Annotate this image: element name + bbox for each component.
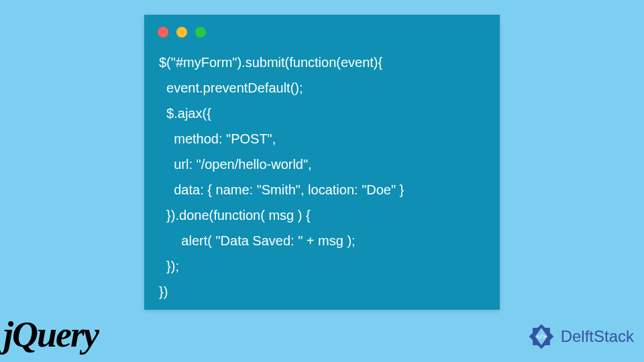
code-window: $("#myForm").submit(function(event){ eve… [144, 15, 500, 310]
minimize-icon [176, 27, 187, 38]
maximize-icon [195, 27, 206, 38]
delftstack-logo: </> DelftStack [526, 321, 634, 352]
code-block: $("#myForm").submit(function(event){ eve… [144, 46, 500, 316]
svg-text:</>: </> [536, 333, 546, 340]
delftstack-icon: </> [526, 321, 557, 352]
close-icon [158, 27, 168, 38]
jquery-logo: jQuery [3, 314, 98, 355]
delftstack-label: DelftStack [561, 327, 634, 346]
traffic-lights [144, 15, 500, 46]
